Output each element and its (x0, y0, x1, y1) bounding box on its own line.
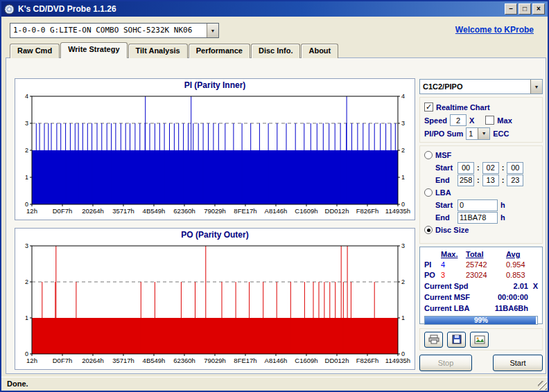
colon-separator: : (502, 176, 505, 184)
po-chart-title: PO (Parity Outer) (18, 230, 412, 242)
pi-chart-panel: PI (Parity Inner) 001122334412hD0F7h2026… (15, 78, 415, 220)
lba-radio[interactable] (424, 188, 433, 197)
picture-icon (474, 335, 485, 344)
pi-max-value: 4 (441, 260, 466, 270)
msf-start-frame[interactable] (507, 162, 523, 174)
max-speed-checkbox[interactable] (485, 116, 494, 125)
title-bar[interactable]: K's CD/DVD Probe 1.1.26 – □ × (1, 1, 548, 17)
po-total-value: 23024 (466, 270, 506, 280)
start-button[interactable]: Start (493, 355, 543, 371)
tab-write-strategy[interactable]: Write Strategy (60, 42, 127, 58)
print-button[interactable] (424, 332, 443, 348)
svg-text:79029h: 79029h (204, 357, 226, 364)
toolbar: 1-0-0-0 G:LITE-ON COMBO SOHC-5232K NK06 … (1, 17, 548, 43)
svg-text:4B549h: 4B549h (143, 357, 166, 364)
current-speed-label: Current Spd (424, 282, 476, 290)
msf-end-min[interactable] (458, 175, 474, 186)
svg-text:1: 1 (25, 314, 28, 321)
drive-select[interactable]: 1-0-0-0 G:LITE-ON COMBO SOHC-5232K NK06 … (10, 23, 219, 38)
svg-text:1: 1 (401, 314, 405, 321)
pipo-sum-value: 1 (467, 128, 478, 139)
svg-text:3: 3 (25, 242, 28, 249)
msf-radio[interactable] (424, 151, 433, 159)
realtime-chart-checkbox[interactable]: ✓ (424, 103, 433, 112)
resize-grip[interactable] (538, 381, 547, 390)
msf-label: MSF (435, 151, 451, 159)
svg-text:3: 3 (401, 242, 405, 249)
lba-end-unit: h (500, 213, 505, 222)
msf-start-min[interactable] (458, 162, 474, 174)
svg-text:20264h: 20264h (82, 207, 104, 215)
speed-input[interactable] (450, 114, 467, 126)
colon-separator: : (477, 176, 480, 184)
tab-strip: Raw Cmd Write Strategy Tilt Analysis Per… (10, 42, 339, 58)
tab-about[interactable]: About (301, 44, 338, 58)
po-chart-panel: PO (Parity Outer) 0011223312hD0F7h20264h… (15, 228, 415, 370)
status-text: Done. (7, 380, 28, 388)
svg-text:20264h: 20264h (82, 357, 104, 364)
chevron-down-icon[interactable]: ▼ (530, 80, 542, 93)
floppy-disk-icon (452, 335, 462, 344)
tools-group (419, 328, 543, 350)
chevron-down-icon[interactable]: ▼ (478, 128, 489, 139)
chevron-down-icon[interactable]: ▼ (207, 24, 218, 37)
svg-text:2: 2 (401, 278, 405, 285)
stats-header-avg: Avg (506, 249, 537, 260)
pi-chart: 001122334412hD0F7h20264h35717h4B549h6236… (18, 92, 412, 215)
svg-text:114935h: 114935h (385, 207, 410, 215)
svg-text:79029h: 79029h (204, 207, 226, 215)
speed-unit: X (469, 116, 474, 125)
chart-mode-select[interactable]: C1C2/PIPO ▼ (419, 79, 543, 94)
minimize-button[interactable]: – (505, 3, 517, 15)
stats-header-max: Max. (441, 249, 466, 260)
speed-label: Speed (424, 116, 447, 125)
app-window: K's CD/DVD Probe 1.1.26 – □ × 1-0-0-0 G:… (0, 0, 549, 392)
svg-text:62360h: 62360h (173, 357, 195, 364)
save-image-button[interactable] (470, 332, 489, 348)
msf-end-sec[interactable] (482, 175, 499, 186)
disc-size-radio[interactable] (424, 226, 433, 234)
svg-text:35717h: 35717h (112, 357, 134, 364)
stop-button[interactable]: Stop (419, 355, 472, 371)
colon-separator: : (502, 163, 505, 172)
tab-performance[interactable]: Performance (189, 44, 250, 58)
svg-text:2: 2 (25, 278, 28, 285)
stats-corner (424, 249, 441, 260)
welcome-link[interactable]: Welcome to KProbe (455, 25, 534, 35)
svg-text:35717h: 35717h (112, 207, 134, 215)
chart-mode-value: C1C2/PIPO (420, 80, 530, 93)
svg-text:A8146h: A8146h (265, 207, 288, 215)
svg-text:4: 4 (401, 93, 405, 100)
tab-tilt-analysis[interactable]: Tilt Analysis (128, 44, 188, 58)
current-msf-label: Current MSF (424, 293, 476, 301)
action-buttons: Stop Start (419, 355, 543, 371)
close-button[interactable]: × (532, 3, 545, 15)
stats-panel: Max. Total Avg PI 4 25742 0.954 PO 3 230… (419, 247, 543, 324)
window-controls: – □ × (505, 3, 545, 15)
drive-select-value: 1-0-0-0 G:LITE-ON COMBO SOHC-5232K NK06 (10, 24, 207, 37)
main-panel: PI (Parity Inner) 001122334412hD0F7h2026… (6, 57, 546, 374)
save-button[interactable] (447, 332, 466, 348)
lba-start-input[interactable] (458, 199, 498, 211)
pi-chart-title: PI (Parity Inner) (18, 80, 412, 92)
colon-separator: : (477, 163, 480, 172)
maximize-button[interactable]: □ (518, 3, 531, 15)
po-chart: 0011223312hD0F7h20264h35717h4B549h62360h… (18, 242, 412, 365)
svg-text:3: 3 (401, 120, 405, 127)
svg-text:4B549h: 4B549h (143, 207, 166, 215)
svg-text:1: 1 (401, 174, 405, 181)
current-msf-value: 00:00:00 (498, 293, 528, 301)
msf-end-frame[interactable] (507, 175, 523, 186)
tab-raw-cmd[interactable]: Raw Cmd (10, 44, 60, 58)
pipo-sum-select[interactable]: 1 ▼ (466, 127, 490, 140)
lba-start-label: Start (435, 201, 455, 209)
progress-text: 99% (425, 317, 537, 325)
window-title: K's CD/DVD Probe 1.1.26 (18, 4, 116, 14)
tab-disc-info[interactable]: Disc Info. (251, 44, 301, 58)
svg-text:C1609h: C1609h (295, 207, 317, 215)
lba-end-input[interactable] (458, 212, 498, 224)
svg-text:4: 4 (25, 93, 28, 100)
msf-start-sec[interactable] (482, 162, 499, 174)
printer-icon (428, 335, 439, 344)
msf-start-label: Start (435, 163, 455, 172)
